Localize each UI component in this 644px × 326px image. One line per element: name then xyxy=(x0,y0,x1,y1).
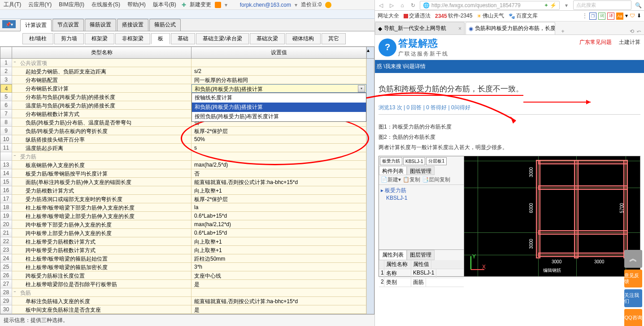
url-action-icon[interactable]: ✦ ⚡ xyxy=(544,2,557,9)
scrollbar-track[interactable] xyxy=(366,118,374,127)
tab-node-settings[interactable]: 节点设置 xyxy=(52,19,84,31)
table-row[interactable]: 15面筋(单标注跨板受力筋)伸入支座的锚固长度能直锚就直锚,否则按公式计算:ha… xyxy=(0,178,374,186)
table-row[interactable]: 22柱上板带受力筋根数计算方式向上取整+1 xyxy=(0,237,374,246)
scrollbar-track[interactable] xyxy=(366,67,374,76)
tab-stirrup-formula[interactable]: 箍筋公式 xyxy=(149,19,181,31)
row-value[interactable]: 向上取整+1 xyxy=(191,246,366,254)
tree-expand-icon[interactable]: − xyxy=(12,59,17,67)
btab-add[interactable]: + xyxy=(556,28,570,34)
cad-tree-item[interactable]: KBSLJ-1 xyxy=(381,194,462,202)
new-build-label[interactable]: 新建变更 xyxy=(190,1,211,9)
undo-icon[interactable]: ⤺ xyxy=(637,28,641,34)
table-row[interactable]: −受力筋 xyxy=(0,152,374,161)
bm-dl-icon[interactable]: ⬇ xyxy=(637,13,641,20)
table-row[interactable]: 26跨板受力筋标注长度位置支座中心线 xyxy=(0,271,374,280)
table-row[interactable]: 13板底钢筋伸入支座的长度max(ha/2,5*d) xyxy=(0,161,374,169)
bm-btn-trans[interactable]: 译 xyxy=(607,13,614,20)
row-value[interactable]: 是 xyxy=(191,305,366,314)
menu-version[interactable]: 版本号(B) xyxy=(151,0,178,9)
bm-dd-icon[interactable]: ▾ xyxy=(625,13,628,20)
subtab-shearwall[interactable]: 剪力墙 xyxy=(54,33,84,44)
scrollbar-track[interactable] xyxy=(366,135,374,144)
bm-wenku[interactable]: 🐾百度文库 xyxy=(509,12,538,20)
cad-tb-between[interactable]: 📑层间复制 xyxy=(422,176,450,184)
bm-btn-dict[interactable]: 词 xyxy=(598,13,605,20)
table-row[interactable]: 30板中间支座负筋标注是否含支座是 xyxy=(0,305,374,314)
cad-prop-tab-layer[interactable]: 图层管理 xyxy=(407,250,435,260)
menu-bim[interactable]: BIM应用(I) xyxy=(57,0,86,9)
row-value[interactable] xyxy=(191,288,366,297)
row-value[interactable] xyxy=(191,59,366,67)
float-follow-button[interactable]: 关注我们 xyxy=(624,289,642,307)
row-value[interactable]: 能直锚就直锚,否则按公式计算:ha-bhc+15*d xyxy=(191,297,366,305)
table-row[interactable]: 17受力筋遇洞口或端部无支座时的弯折长度板厚-2*保护层 xyxy=(0,195,374,203)
row-value[interactable]: 向上取整+1 xyxy=(191,186,366,195)
user-dd[interactable]: ▾ xyxy=(295,2,297,8)
link-faq[interactable]: 广东常见问题 xyxy=(579,39,612,46)
dropdown-item[interactable]: 和负筋(跨板受力筋)搭接计算 xyxy=(192,103,366,112)
dropdown-item[interactable]: 按照负筋(跨板受力筋)布置长度计算 xyxy=(192,112,366,121)
btab-question[interactable]: ◉ 负筋和跨板受力筋的分布筋，长度 × xyxy=(466,22,555,34)
restore-icon[interactable]: ⟲ xyxy=(630,28,634,34)
cad-prop-tab-attr[interactable]: 属性列表 xyxy=(379,250,407,260)
scrollbar-track[interactable] xyxy=(366,254,374,263)
subtab-secbeam[interactable]: 基础次梁 xyxy=(250,33,285,44)
scrollbar-track[interactable] xyxy=(366,101,374,110)
menu-cloud[interactable]: 云应用(Y) xyxy=(26,0,53,9)
bm-weather[interactable]: ☀佛山天气 xyxy=(477,12,504,20)
scrollbar-track[interactable] xyxy=(366,195,374,203)
table-row[interactable]: 16受力筋根数计算方式向上取整+1 xyxy=(0,186,374,195)
scrollbar-track[interactable] xyxy=(366,229,374,237)
scrollbar-track[interactable] xyxy=(366,144,374,152)
bm-traffic[interactable]: 交通违法 xyxy=(404,12,431,20)
scrollbar-track[interactable] xyxy=(366,76,374,84)
cad-dd-2[interactable]: KBSLJ-1 xyxy=(403,157,425,165)
orange-icon[interactable] xyxy=(215,2,221,8)
table-row[interactable]: 1−公共设置项 xyxy=(0,59,374,67)
subtab-slab[interactable]: 板 xyxy=(151,33,170,44)
row-value[interactable]: 0.6*Lab+15*d xyxy=(191,212,366,220)
dropdown-button[interactable]: ▾ xyxy=(358,85,365,92)
dropdown-small[interactable]: ▾ xyxy=(225,2,227,8)
subtab-masonry[interactable]: 砌体结构 xyxy=(286,33,321,44)
float-feedback-button[interactable]: 意见反馈 xyxy=(624,270,642,287)
bm-btn-font[interactable]: Aa xyxy=(616,13,623,20)
tab-stirrup-settings[interactable]: 箍筋设置 xyxy=(85,19,116,31)
bm-btn-1[interactable]: ❐ xyxy=(589,13,596,20)
tree-expand-icon[interactable]: − xyxy=(12,288,17,297)
table-row[interactable]: 24柱上板带/板带暗梁的箍筋起始位置距柱边50mm xyxy=(0,254,374,263)
table-row[interactable]: 11温度筋起步距离s xyxy=(0,144,374,152)
table-row[interactable]: 14板受力筋/板带钢筋按平均长度计算否 xyxy=(0,169,374,178)
subtab-column[interactable]: 柱/墙柱 xyxy=(22,33,53,44)
scrollbar-track[interactable] xyxy=(366,84,374,93)
row-value[interactable]: s xyxy=(191,144,366,152)
scrollbar-track[interactable] xyxy=(366,110,374,118)
table-row[interactable]: 2起始受力钢筋、负筋距支座边距离s/2 xyxy=(0,67,374,76)
scrollbar-track[interactable] xyxy=(366,161,374,169)
scrollbar-track[interactable] xyxy=(366,246,374,254)
subtab-foundation[interactable]: 基础 xyxy=(171,33,195,44)
scrollbar-track[interactable] xyxy=(366,212,374,220)
scrollbar-track[interactable] xyxy=(366,203,374,212)
btab-nav-close-icon[interactable]: × xyxy=(458,26,461,32)
row-value[interactable]: max(ha/2,5*d) xyxy=(191,161,366,169)
row-value[interactable]: 板厚-2*保护层 xyxy=(191,127,366,135)
url-dd-icon[interactable]: ▾ xyxy=(562,1,570,9)
subtab-framebeam[interactable]: 框架梁 xyxy=(85,33,114,44)
cad-tree-root[interactable]: ▸ 板受力筋 xyxy=(381,187,462,194)
home-icon[interactable]: ⌂ xyxy=(398,1,406,9)
row-value[interactable]: 50% xyxy=(191,135,366,144)
row-value[interactable]: max(ha/2,12*d) xyxy=(191,220,366,229)
row-value[interactable]: 距柱边50mm xyxy=(191,254,366,263)
subtab-nonframebeam[interactable]: 非框架梁 xyxy=(115,33,150,44)
menu-online[interactable]: 在线服务(S) xyxy=(90,0,122,9)
scrollbar-track[interactable] xyxy=(366,280,374,288)
table-row[interactable]: 19柱上板带/板带暗梁上部受力筋伸入支座的长度0.6*Lab+15*d xyxy=(0,212,374,220)
row-value[interactable]: 向上取整+1 xyxy=(191,237,366,246)
scrollbar-track[interactable] xyxy=(366,127,374,135)
scrollbar-up[interactable]: ▴ xyxy=(366,47,374,58)
search-icon[interactable]: 🔍 xyxy=(634,1,642,9)
row-value[interactable]: 支座中心线 xyxy=(191,271,366,280)
row-value[interactable] xyxy=(191,152,366,161)
scrollbar-track[interactable] xyxy=(366,152,374,161)
